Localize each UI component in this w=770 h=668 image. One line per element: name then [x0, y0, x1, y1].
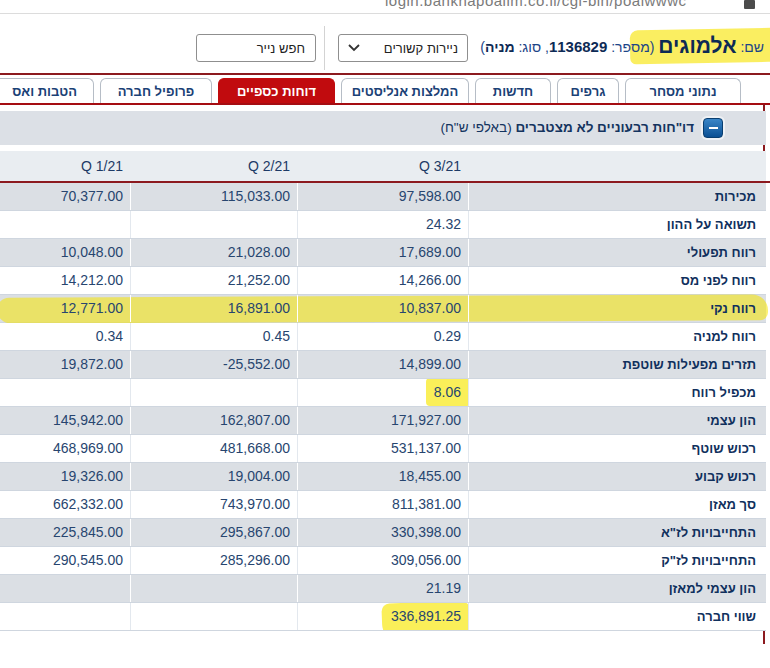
browser-url-bar: login.bankhapoalim.co.il/cgi-bin/poalwww… — [0, 0, 770, 14]
table-row: סך מאזן 811,381.00 743,970.00 662,332.00 — [0, 491, 766, 519]
security-name-line: שם: אלמוגים (מספר: 1136829, סוג: מניה) — [480, 33, 764, 57]
section-title: דו"חות רבעוניים לא מצטברים (באלפי ש"ח) — [440, 111, 694, 145]
security-number: 1136829 — [549, 38, 607, 55]
table-row-pe-ratio: מכפיל רווח 8.06 — [0, 379, 766, 407]
chevron-down-icon — [348, 44, 360, 52]
table-row-company-value: שווי חברה 336,891.25 — [0, 603, 766, 631]
column-header-q3: Q 3/21 — [297, 151, 468, 181]
header-bottom-border — [0, 73, 770, 75]
value-highlight-marker: 8.06 — [434, 379, 461, 406]
security-type: מניה — [485, 39, 515, 55]
tab-analyst-recommendations[interactable]: המלצות אנליסטים — [341, 78, 469, 103]
minus-icon — [709, 127, 718, 129]
search-paper-button[interactable]: חפש נייר — [196, 34, 316, 62]
name-label: שם: — [737, 39, 765, 55]
table-row: הון עצמי למאזן 21.19 — [0, 575, 766, 603]
column-header-row: Q 3/21 Q 2/21 Q 1/21 — [0, 151, 766, 181]
tab-news[interactable]: חדשות — [475, 78, 551, 103]
related-securities-select[interactable]: ניירות קשורים — [338, 34, 468, 62]
tab-underline — [0, 103, 770, 105]
table-row: רווח לפני מס 14,266.00 21,252.00 14,212.… — [0, 267, 766, 295]
value-highlight-marker: 336,891.25 — [391, 603, 461, 630]
table-row: רכוש קבוע 18,455.00 19,004.00 19,326.00 — [0, 463, 766, 491]
browser-extension-icon — [744, 0, 755, 9]
browser-url-text: login.bankhapoalim.co.il/cgi-bin/poalwww… — [385, 0, 686, 9]
table-row: תזרים מפעילות שוטפת 14,899.00 -25,552.00… — [0, 351, 766, 379]
column-header-q2: Q 2/21 — [130, 151, 297, 181]
security-name: אלמוגים — [658, 34, 736, 57]
section-header: דו"חות רבעוניים לא מצטברים (באלפי ש"ח) — [0, 111, 766, 145]
tab-financial-reports[interactable]: דוחות כספיים — [218, 78, 335, 103]
tab-company-profile[interactable]: פרופיל חברה — [100, 78, 212, 103]
table-row-net-profit: רווח נקי 10,837.00 16,891.00 12,771.00 — [0, 295, 766, 323]
table-row: מכירות 97,598.00 115,033.00 70,377.00 — [0, 183, 766, 211]
table-row: רווח תפעולי 17,689.00 21,028.00 10,048.0… — [0, 239, 766, 267]
table-row: הון עצמי 171,927.00 162,807.00 145,942.0… — [0, 407, 766, 435]
collapse-button[interactable] — [703, 118, 723, 138]
table-row: התחייבויות לז"א 330,398.00 295,867.00 22… — [0, 519, 766, 547]
column-header-q1: Q 1/21 — [0, 151, 130, 181]
table-row: תשואה על ההון 24.32 — [0, 211, 766, 239]
tab-benefits[interactable]: הטבות ואס — [0, 78, 94, 103]
column-header-label-spacer — [468, 151, 766, 181]
tab-graphs[interactable]: גרפים — [557, 78, 619, 103]
related-securities-select-value: ניירות קשורים — [384, 41, 458, 56]
financial-table: מכירות 97,598.00 115,033.00 70,377.00 תש… — [0, 183, 766, 631]
tab-trading-data[interactable]: נתוני מסחר — [625, 78, 741, 103]
table-row: התחייבויות לז"ק 309,056.00 285,296.00 29… — [0, 547, 766, 575]
type-prefix: , סוג: — [515, 39, 549, 55]
header-divider — [324, 26, 325, 70]
table-row: רכוש שוטף 531,137.00 481,668.00 468,969.… — [0, 435, 766, 463]
table-row: רווח למניה 0.29 0.45 0.34 — [0, 323, 766, 351]
tab-bar: נתוני מסחר גרפים חדשות המלצות אנליסטים ד… — [0, 78, 741, 103]
number-prefix: (מספר: — [607, 39, 658, 55]
